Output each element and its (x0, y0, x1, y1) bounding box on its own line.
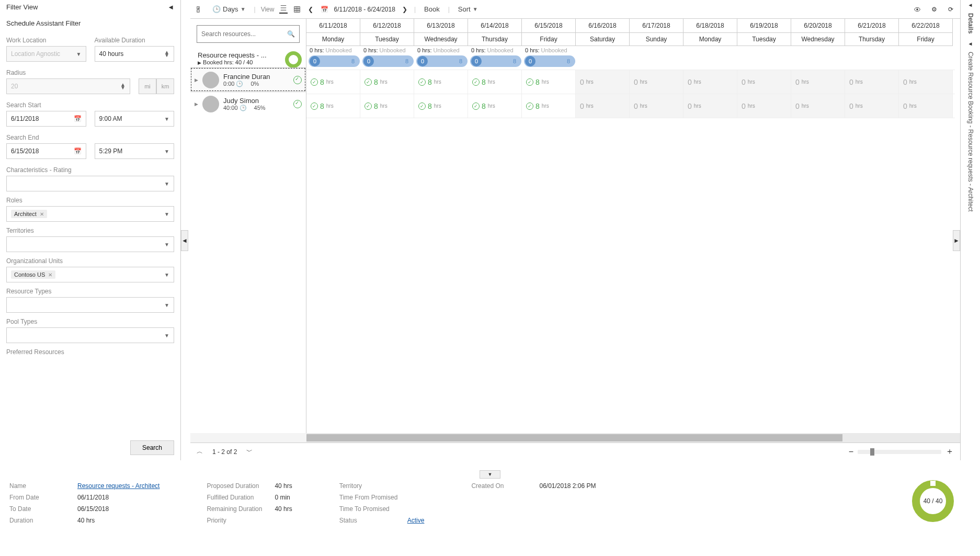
search-icon[interactable]: 🔍 (287, 30, 295, 38)
work-location-select[interactable]: Location Agnostic ▼ (6, 46, 86, 62)
slot-hours: 0 (849, 78, 853, 86)
grid-view-button[interactable] (293, 5, 301, 14)
collapse-right-handle[interactable]: ► (953, 230, 960, 251)
eye-icon[interactable] (913, 5, 921, 14)
territories-select[interactable]: ▼ (6, 236, 174, 252)
resource-types-select[interactable]: ▼ (6, 297, 174, 313)
slot-cell[interactable]: 0hrs (899, 70, 953, 94)
slot-cell[interactable]: ✓8hrs (468, 70, 522, 94)
slot-cell[interactable]: ✓8hrs (414, 94, 468, 118)
search-button[interactable]: Search (130, 440, 174, 455)
characteristics-select[interactable]: ▼ (6, 176, 174, 191)
details-tab-label[interactable]: Details (967, 10, 974, 39)
days-dropdown[interactable]: 🕒 Days ▼ (209, 3, 249, 15)
request-summary[interactable]: Resource requests - ... ▶ Booked hrs: 40… (190, 49, 306, 67)
resource-search-box[interactable]: 🔍 (197, 25, 300, 43)
timeline[interactable]: 6/11/20186/12/20186/13/20186/14/20186/15… (306, 19, 960, 433)
list-view-button[interactable] (279, 5, 288, 14)
horizontal-scrollbar[interactable] (190, 433, 960, 442)
slot-cell[interactable]: ✓8hrs (522, 70, 576, 94)
allocation-pill[interactable]: 08 (470, 55, 521, 67)
search-start-time-select[interactable]: 9:00 AM ▼ (95, 111, 175, 127)
slot-cell[interactable]: 0hrs (737, 70, 791, 94)
slot-cell[interactable]: 0hrs (576, 70, 630, 94)
search-start-date-input[interactable]: 6/11/2018 📅 (6, 111, 86, 127)
available-duration-select[interactable]: 40 hours ▲▼ (95, 46, 175, 62)
big-donut-text: 40 / 40 (924, 497, 943, 505)
expand-arrow-icon[interactable]: ▶ (195, 101, 198, 107)
calendar-icon[interactable]: 📅 (74, 147, 82, 155)
collapse-filter-caret-icon[interactable]: ◄ (167, 3, 174, 11)
right-rail-expand-icon[interactable]: ◄ (968, 0, 973, 10)
slot-cell[interactable]: 0hrs (683, 70, 737, 94)
remove-chip-icon[interactable]: ✕ (48, 272, 52, 278)
right-rail-title[interactable]: Create Resource Booking - Resource reque… (967, 49, 974, 211)
calendar-icon[interactable]: 📅 (320, 5, 328, 14)
scrollbar-thumb[interactable] (306, 434, 842, 441)
book-button[interactable]: Book (421, 3, 443, 15)
page-down-icon[interactable]: ﹀ (246, 447, 253, 456)
right-rail-expand-icon-2[interactable]: ◄ (968, 39, 973, 49)
name-link[interactable]: Resource requests - Architect (77, 482, 159, 490)
calendar-icon[interactable]: 📅 (74, 115, 82, 122)
sort-dropdown[interactable]: Sort ▼ (455, 3, 481, 15)
slot-cell[interactable]: ✓8hrs (360, 94, 414, 118)
resource-row[interactable]: ▶ Judy Simon 40:00 🕒45% (190, 92, 306, 116)
page-up-icon[interactable]: ︿ (197, 447, 203, 456)
slot-cell[interactable]: ✓8hrs (360, 70, 414, 94)
slot-hours: 8 (428, 78, 432, 86)
unit-km-button[interactable]: km (156, 78, 174, 94)
slot-cell[interactable]: 0hrs (845, 94, 899, 118)
allocation-pill[interactable]: 08 (362, 55, 414, 67)
spinner-icon[interactable]: ▲▼ (120, 83, 126, 89)
slot-cell[interactable]: 0hrs (791, 94, 845, 118)
slot-cell[interactable]: ✓8hrs (414, 70, 468, 94)
slot-cell[interactable]: 0hrs (630, 70, 683, 94)
slot-cell[interactable]: 0hrs (791, 70, 845, 94)
roles-select[interactable]: Architect ✕ ▼ (6, 206, 174, 222)
expand-vertical-icon[interactable]: +- (196, 5, 204, 14)
unit-mi-button[interactable]: mi (139, 78, 156, 94)
next-range-button[interactable]: ❯ (401, 5, 409, 14)
slot-cell[interactable]: 0hrs (737, 94, 791, 118)
spinner-icon[interactable]: ▲▼ (164, 51, 169, 57)
resource-search-input[interactable] (201, 30, 275, 38)
zoom-thumb[interactable] (870, 448, 874, 456)
slot-cell[interactable]: 0hrs (630, 94, 683, 118)
slot-cell[interactable]: ✓8hrs (306, 70, 360, 94)
slot-cell[interactable]: 0hrs (576, 94, 630, 118)
zoom-slider[interactable] (858, 450, 941, 454)
expand-arrow-icon[interactable]: ▶ (198, 60, 201, 65)
org-units-select[interactable]: Contoso US ✕ ▼ (6, 267, 174, 282)
allocation-pill[interactable]: 08 (524, 55, 575, 67)
allocation-pill[interactable]: 08 (416, 55, 468, 67)
hrs-label: hrs (326, 103, 334, 109)
refresh-icon[interactable]: ⟳ (947, 5, 955, 14)
dow-header-cell: Thursday (845, 33, 899, 46)
zoom-in-button[interactable]: ＋ (945, 446, 954, 457)
status-link[interactable]: Active (407, 517, 425, 524)
remove-chip-icon[interactable]: ✕ (40, 211, 44, 217)
radius-input[interactable]: 20 ▲▼ (6, 78, 130, 94)
hrs-label: hrs (748, 103, 755, 109)
search-end-time-select[interactable]: 5:29 PM ▼ (95, 143, 175, 159)
booked-hours: Booked hrs: 40 / 40 (203, 59, 253, 65)
expand-arrow-icon[interactable]: ▶ (195, 77, 198, 83)
slot-cell[interactable]: ✓8hrs (468, 94, 522, 118)
gear-icon[interactable]: ⚙ (930, 5, 938, 14)
view-label: View (261, 6, 275, 13)
collapse-filter-handle[interactable]: ◄ (181, 230, 188, 251)
days-label: Days (223, 5, 238, 13)
resource-row[interactable]: ▶ Francine Duran 0:00 🕒0% (190, 67, 306, 92)
slot-cell[interactable]: 0hrs (845, 70, 899, 94)
check-circle-icon: ✓ (364, 78, 372, 86)
slot-cell[interactable]: ✓8hrs (522, 94, 576, 118)
search-end-date-input[interactable]: 6/15/2018 📅 (6, 143, 86, 159)
pool-types-select[interactable]: ▼ (6, 327, 174, 343)
prev-range-button[interactable]: ❮ (306, 5, 315, 14)
allocation-pill[interactable]: 08 (309, 55, 360, 67)
slot-cell[interactable]: 0hrs (683, 94, 737, 118)
slot-cell[interactable]: ✓8hrs (306, 94, 360, 118)
slot-cell[interactable]: 0hrs (899, 94, 953, 118)
zoom-out-button[interactable]: − (849, 447, 853, 457)
